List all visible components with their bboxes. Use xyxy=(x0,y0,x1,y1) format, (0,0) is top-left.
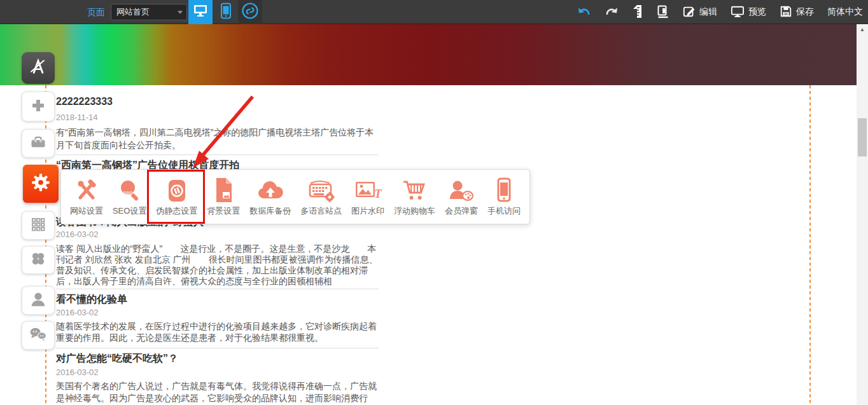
save-icon xyxy=(780,5,792,20)
popup-item-label: 背景设置 xyxy=(207,205,240,217)
mobile-icon xyxy=(220,3,232,22)
popup-item-label: 图片水印 xyxy=(351,205,384,217)
app-logo-icon xyxy=(27,56,49,80)
edit-button[interactable]: 编辑 xyxy=(683,5,717,20)
redo-button[interactable] xyxy=(605,6,619,19)
tools-icon xyxy=(74,177,99,203)
article-divider xyxy=(56,154,379,155)
language-switcher[interactable]: 简体中文 xyxy=(827,6,863,18)
preview-monitor-icon xyxy=(731,5,745,20)
stats-button[interactable] xyxy=(657,4,669,20)
article-title[interactable]: 看不懂的化验单 xyxy=(56,293,379,306)
member-badge-icon xyxy=(447,177,475,203)
toolbar-actions: 编辑 预览 保存 简体中文 xyxy=(577,0,863,24)
scrollbar-thumb[interactable] xyxy=(858,118,867,156)
article-body: 美国有个著名的广告人说过，广告就是有毒气体。我觉得说得再准确一点，广告就是神经毒… xyxy=(56,380,379,405)
article-date: 2016-03-02 xyxy=(56,367,379,377)
popup-item-label: 会员弹窗 xyxy=(445,205,478,217)
sidebar-item-user[interactable] xyxy=(22,286,55,315)
popup-item-seo-settings[interactable]: seo SEO设置 xyxy=(113,177,146,217)
popup-item-label: SEO设置 xyxy=(113,205,146,217)
article-body: 有“西南第一高钢塔，四川第二高电视塔”之称的德阳广播电视塔主塔广告位将于本月下旬… xyxy=(56,126,379,151)
article-title[interactable]: 2222223333 xyxy=(56,96,379,107)
app-logo xyxy=(22,52,55,84)
page-select-dropdown[interactable]: 网站首页 xyxy=(111,4,187,20)
article-date: 2016-03-02 xyxy=(56,308,379,317)
svg-text:T: T xyxy=(375,188,382,200)
undo-icon xyxy=(577,6,591,19)
save-label: 保存 xyxy=(796,6,814,18)
article-date: 2016-03-02 xyxy=(56,230,379,239)
popup-item-website-settings[interactable]: 网站设置 xyxy=(70,177,103,217)
mobile-view-button[interactable] xyxy=(216,0,235,24)
popup-item-label: 网站设置 xyxy=(70,205,103,217)
clover-icon xyxy=(29,250,47,270)
undo-button[interactable] xyxy=(577,6,591,19)
popup-item-label: 浮动购物车 xyxy=(394,205,435,217)
smartphone-icon xyxy=(491,177,517,203)
article-title[interactable]: 对广告怎能“吃硬不吃软”？ xyxy=(56,352,379,366)
desktop-view-button[interactable] xyxy=(188,0,213,24)
chat-icon xyxy=(28,324,48,347)
desktop-icon xyxy=(193,3,208,21)
popup-item-label: 多语言站点 xyxy=(300,205,342,217)
edit-icon xyxy=(683,5,696,20)
sidebar-item-settings[interactable] xyxy=(23,165,59,203)
toolbox-icon xyxy=(29,133,48,154)
grid-icon xyxy=(29,216,47,236)
svg-text:seo: seo xyxy=(123,189,132,196)
article-body: 随着医学技术的发展，在医疗过程中进行的化验项目越来越多，它对诊断疾病起着重要的作… xyxy=(56,320,379,343)
article-divider xyxy=(56,348,379,348)
page-select-value: 网站首页 xyxy=(116,7,150,17)
sidebar-item-apps[interactable] xyxy=(22,246,55,274)
scroll-up-arrow[interactable]: ▲ xyxy=(857,24,868,34)
cloud-backup-icon xyxy=(256,177,285,203)
page-label: 页面 xyxy=(87,0,105,24)
ruler-icon xyxy=(632,4,643,21)
stats-icon xyxy=(657,4,669,20)
popup-item-multilanguage-site[interactable]: 多语言站点 xyxy=(300,177,342,217)
popup-item-database-backup[interactable]: 数据库备份 xyxy=(249,177,291,217)
gear-icon xyxy=(30,172,52,196)
person-icon xyxy=(29,290,48,312)
page-scrollbar[interactable]: ▲ xyxy=(857,24,868,405)
article-body: 读客 闯入出版业的“野蛮人” 这是行业，不是圈子。这是生意，不是沙龙 本刊记者 … xyxy=(56,244,379,287)
shopping-cart-icon xyxy=(401,177,429,203)
popup-item-member-popup[interactable]: 会员弹窗 xyxy=(445,177,478,217)
sidebar-item-message[interactable] xyxy=(22,321,55,350)
highlight-box xyxy=(147,170,205,224)
link-view-button[interactable] xyxy=(238,0,262,24)
header-banner-image xyxy=(0,24,857,85)
link-icon xyxy=(241,2,259,22)
popup-item-label: 手机访问 xyxy=(487,205,521,217)
builder-toolbar: 页面 网站首页 编辑 预览 xyxy=(0,0,868,24)
redo-icon xyxy=(605,6,619,19)
ruler-button[interactable] xyxy=(632,4,643,21)
language-label: 简体中文 xyxy=(827,6,863,18)
right-guide-line xyxy=(809,85,811,405)
seo-magnifier-icon: seo xyxy=(117,177,143,203)
sidebar-item-add[interactable] xyxy=(22,92,55,121)
edit-label: 编辑 xyxy=(699,6,717,18)
watermark-image-icon: T xyxy=(353,177,382,203)
chevron-down-icon xyxy=(178,11,183,14)
site-builder-window: 2222223333 2018-11-14 有“西南第一高钢塔，四川第二高电视塔… xyxy=(0,0,868,405)
popup-item-mobile-access[interactable]: 手机访问 xyxy=(487,177,521,217)
preview-label: 预览 xyxy=(748,6,766,18)
plus-icon xyxy=(29,96,48,118)
popup-item-label: 数据库备份 xyxy=(249,205,291,217)
popup-item-image-watermark[interactable]: T 图片水印 xyxy=(351,177,384,217)
settings-popup-menu: 网站设置 seo SEO设置 伪静态设置 背景设置 数据库备份 多语言站点 T … xyxy=(60,169,530,224)
popup-item-background-settings[interactable]: 背景设置 xyxy=(207,177,240,217)
sidebar-item-toolbox[interactable] xyxy=(22,129,55,158)
save-button[interactable]: 保存 xyxy=(780,5,814,20)
preview-button[interactable]: 预览 xyxy=(731,5,766,20)
sidebar-item-modules[interactable] xyxy=(22,211,55,240)
background-page-icon xyxy=(211,177,235,203)
keyboard-gear-icon xyxy=(307,177,336,203)
article-divider xyxy=(56,289,379,289)
article-date: 2018-11-14 xyxy=(56,113,379,122)
popup-item-floating-cart[interactable]: 浮动购物车 xyxy=(394,177,435,217)
